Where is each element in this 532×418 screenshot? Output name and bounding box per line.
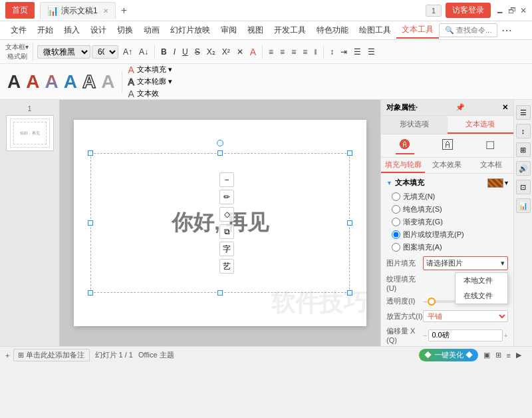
menu-developer[interactable]: 开发工具 [269, 23, 311, 38]
handle-bl[interactable] [88, 290, 93, 296]
text-letter-gradient[interactable]: A [45, 71, 58, 93]
user-login-button[interactable]: 访客登录 [446, 3, 491, 18]
menu-transition[interactable]: 切换 [112, 23, 138, 38]
fill-color-preview[interactable] [487, 178, 503, 188]
pattern-fill-radio[interactable] [392, 243, 400, 252]
maximize-button[interactable]: 🗗 [508, 6, 516, 15]
panel-tab-text[interactable]: 文本选项 [448, 116, 514, 134]
gradient-fill-option[interactable]: 渐变填充(G) [392, 217, 508, 227]
rotate-handle[interactable] [217, 140, 223, 146]
menu-draw-tool[interactable]: 绘图工具 [354, 23, 396, 38]
text-letter-outline[interactable]: A [82, 71, 96, 93]
gradient-fill-radio[interactable] [392, 218, 400, 226]
panel-textbox-tab[interactable]: ☐ [481, 137, 499, 154]
fill-color-dropdown-icon[interactable]: ▾ [505, 179, 508, 186]
sidebar-icon-1[interactable]: ☰ [516, 105, 531, 120]
home-tab[interactable]: 首页 [5, 2, 35, 19]
menu-design[interactable]: 设计 [85, 23, 112, 38]
font-color-button[interactable]: A [247, 45, 259, 59]
no-fill-radio[interactable] [392, 192, 400, 201]
bold-button[interactable]: B [158, 46, 170, 58]
no-fill-option[interactable]: 无填充(N) [392, 192, 508, 202]
search-command[interactable]: 🔍 查找命令... [439, 23, 497, 37]
solid-fill-radio[interactable] [392, 205, 400, 214]
sidebar-icon-5[interactable]: ⊡ [516, 180, 531, 194]
menu-special[interactable]: 特色功能 [311, 23, 354, 38]
view-normal-icon[interactable]: ▣ [483, 351, 490, 359]
handle-tr[interactable] [347, 150, 352, 156]
fill-tool[interactable]: ◇ [219, 207, 234, 222]
increase-font-size-button[interactable]: A↑ [120, 46, 136, 58]
view-grid-icon[interactable]: ⊞ [495, 351, 501, 359]
menu-text-tool[interactable]: 文本工具 [396, 22, 439, 39]
sidebar-icon-4[interactable]: 🔊 [516, 161, 531, 176]
transparency-minus[interactable]: − [423, 298, 427, 306]
handle-tl[interactable] [88, 150, 93, 156]
close-button[interactable]: ✕ [520, 6, 527, 15]
view-list-icon[interactable]: ≡ [507, 351, 511, 359]
menu-review[interactable]: 审阅 [215, 23, 242, 38]
text-letter-blue[interactable]: A [64, 71, 77, 93]
font-name-selector[interactable]: 微软雅黑 [37, 45, 90, 59]
handle-bc[interactable] [217, 290, 223, 296]
text-tool[interactable]: 字 [219, 242, 234, 256]
decrease-font-size-button[interactable]: A↓ [136, 46, 152, 58]
text-fill-button[interactable]: A 文本填充 ▾ [128, 65, 172, 75]
image-fill-select[interactable]: 请选择图片 ▾ [423, 256, 508, 270]
line-spacing-button[interactable]: ↕ [327, 46, 337, 58]
menu-start[interactable]: 开始 [32, 23, 59, 38]
clear-format-button[interactable]: ✕ [233, 46, 247, 58]
offset-x-plus[interactable]: + [504, 331, 508, 339]
indent-button[interactable]: ⇥ [337, 46, 350, 58]
add-tab-button[interactable]: + [121, 5, 127, 17]
panel-pin-icon[interactable]: 📌 [456, 103, 465, 112]
handle-tc[interactable] [217, 150, 223, 156]
panel-text-effect-tab[interactable]: 🄰 [438, 137, 457, 154]
text-letter-gray[interactable]: A [101, 71, 114, 93]
align-right-button[interactable]: ≡ [288, 46, 299, 58]
handle-br[interactable] [347, 290, 352, 296]
add-slide-button[interactable]: + [5, 351, 9, 359]
handle-ml[interactable] [88, 220, 93, 226]
picture-fill-option[interactable]: 图片或纹理填充(P) [392, 230, 508, 240]
pencil-tool[interactable]: ✏ [219, 190, 234, 204]
font-size-selector[interactable]: 60 [92, 45, 118, 59]
sidebar-icon-3[interactable]: ⊞ [516, 142, 531, 157]
local-file-option[interactable]: 本地文件 [456, 273, 507, 288]
close-tab-icon[interactable]: ✕ [103, 7, 108, 15]
subscript-button[interactable]: X₂ [203, 46, 219, 58]
list-button[interactable]: ☰ [350, 46, 364, 58]
beauty-button[interactable]: ◆ 一键美化 ◆ [419, 349, 477, 361]
sidebar-icon-6[interactable]: 📊 [516, 198, 531, 213]
online-file-option[interactable]: 在线文件 [456, 288, 507, 304]
minimize-button[interactable]: 🗕 [496, 6, 504, 15]
justify-button[interactable]: ≡ [299, 46, 311, 58]
offset-x-input[interactable] [428, 329, 502, 341]
solid-fill-option[interactable]: 纯色填充(S) [392, 204, 508, 214]
collapse-tool[interactable]: − [219, 172, 234, 187]
panel-fill-outline-tab[interactable]: 🅐 [396, 137, 414, 154]
underline-button[interactable]: U [179, 46, 192, 58]
panel-tab-shape[interactable]: 形状选项 [381, 116, 448, 134]
panel-sub-textbox[interactable]: 文本框 [469, 158, 513, 173]
text-letter-red[interactable]: A [26, 71, 39, 93]
slide-thumbnail[interactable]: 你好，再见 [6, 115, 54, 151]
sidebar-icon-2[interactable]: ↕ [516, 124, 531, 138]
strikethrough-button[interactable]: S [192, 46, 203, 58]
menu-slideshow[interactable]: 幻灯片放映 [165, 23, 215, 38]
layout-select[interactable]: 平铺 [423, 310, 508, 322]
menu-insert[interactable]: 插入 [59, 23, 85, 38]
italic-button[interactable]: I [170, 46, 179, 58]
align-left-button[interactable]: ≡ [265, 46, 277, 58]
menu-expand-icon[interactable]: ⋯ [501, 24, 512, 37]
superscript-button[interactable]: X² [219, 46, 233, 58]
transparency-handle[interactable] [428, 298, 436, 306]
align-center-button[interactable]: ≡ [277, 46, 288, 58]
art-text-tool[interactable]: 艺 [219, 259, 234, 274]
text-outline-button[interactable]: A 文本轮廓 ▾ [128, 77, 172, 87]
panel-close-icon[interactable]: ✕ [502, 103, 508, 112]
text-effect-button[interactable]: A 文本效 [128, 89, 172, 99]
panel-sub-fill[interactable]: 填充与轮廓 [381, 158, 425, 173]
view-present-icon[interactable]: ▶ [516, 351, 521, 359]
copy-tool[interactable]: ⧉ [219, 224, 234, 239]
